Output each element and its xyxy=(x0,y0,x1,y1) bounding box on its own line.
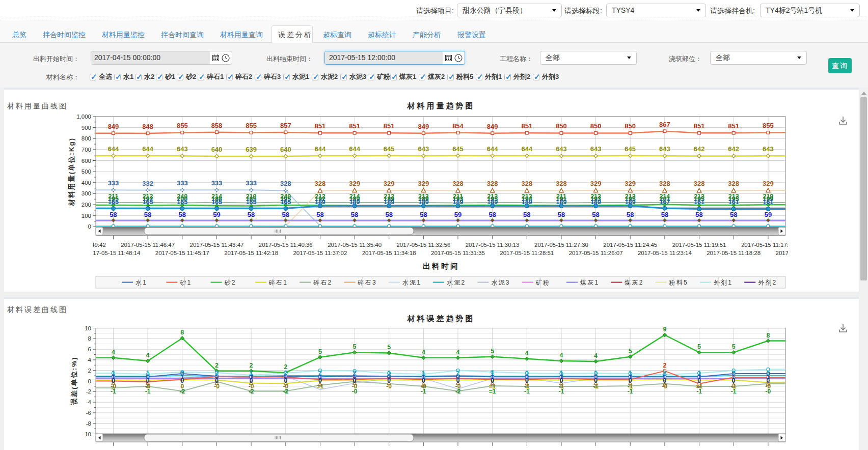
svg-text:2: 2 xyxy=(215,362,219,369)
svg-text:5: 5 xyxy=(629,348,632,355)
svg-text:-8: -8 xyxy=(86,420,91,427)
svg-text:5: 5 xyxy=(318,348,322,355)
svg-text:6: 6 xyxy=(88,346,91,352)
svg-text:8: 8 xyxy=(180,329,184,336)
svg-text:4: 4 xyxy=(88,357,92,363)
svg-text:-1: -1 xyxy=(731,388,737,395)
svg-text:-1: -1 xyxy=(145,388,151,395)
svg-text:-1: -1 xyxy=(111,388,116,395)
svg-text:2: 2 xyxy=(250,362,253,369)
svg-text:-1: -1 xyxy=(628,388,633,395)
svg-text:5: 5 xyxy=(387,344,391,351)
svg-text:5: 5 xyxy=(353,343,357,350)
svg-text:4: 4 xyxy=(146,352,150,359)
svg-text:2: 2 xyxy=(88,368,91,374)
svg-text:4: 4 xyxy=(560,352,563,359)
svg-text:-0: -0 xyxy=(352,388,358,395)
svg-text:4: 4 xyxy=(525,350,529,357)
svg-text:8: 8 xyxy=(88,335,91,342)
svg-text:-2: -2 xyxy=(455,388,461,395)
svg-text:4: 4 xyxy=(112,349,115,356)
svg-text:-2: -2 xyxy=(86,388,91,395)
svg-text:误差(单位:%): 误差(单位:%) xyxy=(70,356,78,406)
svg-text:-1: -1 xyxy=(559,388,564,395)
svg-text:-1: -1 xyxy=(696,388,702,395)
svg-text:0: 0 xyxy=(88,378,91,384)
svg-text:-1: -1 xyxy=(593,383,599,390)
svg-text:-4: -4 xyxy=(86,399,92,405)
svg-text:-1: -1 xyxy=(524,388,530,395)
svg-text:4: 4 xyxy=(456,349,460,356)
svg-text:5: 5 xyxy=(697,343,701,350)
svg-text:材料误差趋势图: 材料误差趋势图 xyxy=(407,314,475,323)
svg-text:-0: -0 xyxy=(662,383,668,390)
svg-text:10: 10 xyxy=(85,325,91,331)
svg-text:-6: -6 xyxy=(86,410,91,416)
svg-text:8: 8 xyxy=(766,332,770,339)
svg-text:5: 5 xyxy=(732,343,736,350)
svg-text:-1: -1 xyxy=(421,388,426,395)
svg-text:-2: -2 xyxy=(179,388,185,395)
svg-text:=1: =1 xyxy=(317,383,324,390)
svg-text:-0: -0 xyxy=(214,383,220,390)
svg-text:=1: =1 xyxy=(489,388,496,395)
svg-text:-0: -0 xyxy=(766,388,771,395)
svg-text:2: 2 xyxy=(663,362,666,369)
svg-text:-2: -2 xyxy=(249,388,254,395)
svg-text:4: 4 xyxy=(422,349,425,356)
svg-text:4: 4 xyxy=(594,352,598,359)
svg-text:-10: -10 xyxy=(83,431,91,437)
svg-text:-0: -0 xyxy=(386,383,392,390)
svg-text:-2: -2 xyxy=(283,388,288,395)
svg-text:5: 5 xyxy=(491,348,494,355)
svg-text:9: 9 xyxy=(663,326,666,333)
